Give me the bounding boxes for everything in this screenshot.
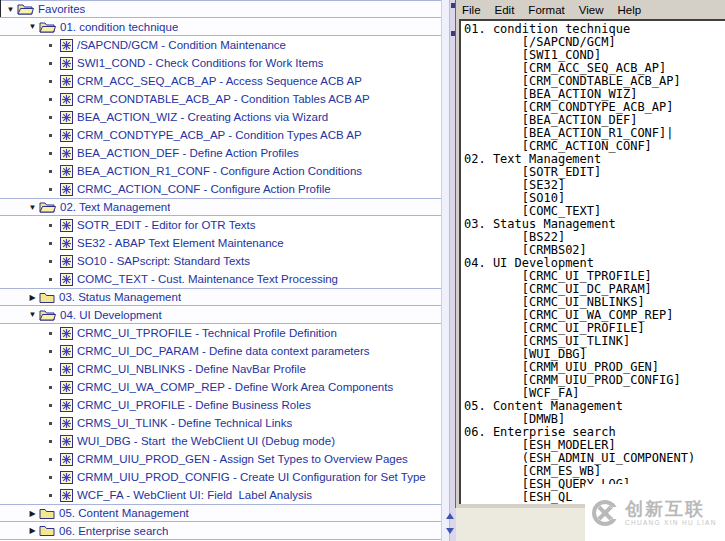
tree-item-row[interactable]: CRMS_UI_TLINK - Define Technical Links <box>0 414 441 432</box>
bullet-icon <box>49 476 52 479</box>
expanded-arrow-icon[interactable]: ▼ <box>26 203 39 212</box>
item-label[interactable]: CRMC_UI_DC_PARAM - Define data context p… <box>77 345 370 357</box>
item-label[interactable]: BEA_ACTION_R1_CONF - Configure Action Co… <box>77 165 362 177</box>
item-label[interactable]: SWI1_COND - Check Conditions for Work It… <box>77 57 323 69</box>
notepad-text-area[interactable]: 01. condition technique [/SAPCND/GCM] [S… <box>459 19 725 504</box>
item-label[interactable]: WUI_DBG - Start the WebClient UI (Debug … <box>77 435 335 447</box>
item-label[interactable]: SE32 - ABAP Text Element Maintenance <box>77 237 284 249</box>
item-label[interactable]: /SAPCND/GCM - Condition Maintenance <box>77 39 286 51</box>
transaction-icon <box>60 435 73 448</box>
item-label[interactable]: SO10 - SAPscript: Standard Texts <box>77 255 250 267</box>
menu-edit[interactable]: Edit <box>495 4 515 16</box>
tree-folder-row[interactable]: ▼04. UI Development <box>0 306 441 324</box>
tree-item-row[interactable]: BEA_ACTION_WIZ - Creating Actions via Wi… <box>0 108 441 126</box>
item-label[interactable]: WCF_FA - WebClient UI: Field Label Analy… <box>77 489 312 501</box>
open-folder-icon <box>39 200 56 214</box>
transaction-icon <box>60 363 73 376</box>
closed-folder-icon <box>39 507 55 520</box>
folder-label[interactable]: Favorites <box>38 3 85 15</box>
item-label[interactable]: CRM_ACC_SEQ_ACB_AP - Access Sequence ACB… <box>77 75 362 87</box>
menu-file[interactable]: File <box>462 4 481 16</box>
folder-label[interactable]: 03. Status Management <box>59 291 181 303</box>
transaction-icon <box>60 273 73 286</box>
item-label[interactable]: COMC_TEXT - Cust. Maintenance Text Proce… <box>77 273 338 285</box>
item-label[interactable]: SOTR_EDIT - Editor for OTR Texts <box>77 219 256 231</box>
collapsed-arrow-icon[interactable]: ▶ <box>26 526 39 535</box>
menu-format[interactable]: Format <box>528 4 564 16</box>
tree-folder-row[interactable]: ▶06. Enterprise search <box>0 522 441 540</box>
tree-item-row[interactable]: WUI_DBG - Start the WebClient UI (Debug … <box>0 432 441 450</box>
tree-folder-row[interactable]: ▼02. Text Management <box>0 198 441 216</box>
menu-view[interactable]: View <box>579 4 604 16</box>
tree-folder-row[interactable]: ▶03. Status Management <box>0 288 441 306</box>
folder-label[interactable]: 06. Enterprise search <box>59 525 168 537</box>
folder-label[interactable]: 05. Content Management <box>59 507 189 519</box>
bullet-icon <box>49 422 52 425</box>
tree-item-row[interactable]: WCF_FA - WebClient UI: Field Label Analy… <box>0 486 441 504</box>
tree-item-row[interactable]: CRM_CONDTABLE_ACB_AP - Condition Tables … <box>0 90 441 108</box>
item-label[interactable]: CRMM_UIU_PROD_GEN - Assign Set Types to … <box>77 453 408 465</box>
item-label[interactable]: CRMC_UI_TPROFILE - Technical Profile Def… <box>77 327 337 339</box>
bullet-icon <box>49 368 52 371</box>
tree-item-row[interactable]: CRMM_UIU_PROD_GEN - Assign Set Types to … <box>0 450 441 468</box>
notepad-window: FileEditFormatViewHelp 01. condition tec… <box>455 0 725 508</box>
tree-item-row[interactable]: SE32 - ABAP Text Element Maintenance <box>0 234 441 252</box>
bullet-icon <box>49 188 52 191</box>
bullet-icon <box>49 44 52 47</box>
item-label[interactable]: CRM_CONDTYPE_ACB_AP - Condition Types AC… <box>77 129 362 141</box>
item-label[interactable]: CRMM_UIU_PROD_CONFIG - Create UI Configu… <box>77 471 426 483</box>
transaction-icon <box>60 237 73 250</box>
item-label[interactable]: CRMC_UI_NBLINKS - Define NavBar Profile <box>77 363 306 375</box>
tree-item-row[interactable]: CRMC_UI_NBLINKS - Define NavBar Profile <box>0 360 441 378</box>
expanded-arrow-icon[interactable]: ▼ <box>26 22 39 31</box>
transaction-icon <box>60 75 73 88</box>
tree-item-row[interactable]: SWI1_COND - Check Conditions for Work It… <box>0 54 441 72</box>
scroll-up-arrow-icon[interactable] <box>446 513 454 519</box>
transaction-icon <box>60 399 73 412</box>
folder-label[interactable]: 01. condition technique <box>60 21 178 33</box>
folder-label[interactable]: 02. Text Management <box>60 201 170 213</box>
tree-folder-row[interactable]: ▼Favorites <box>0 0 441 18</box>
tree-item-row[interactable]: CRMC_UI_PROFILE - Define Business Roles <box>0 396 441 414</box>
tree-item-row[interactable]: CRMC_UI_TPROFILE - Technical Profile Def… <box>0 324 441 342</box>
tree-item-row[interactable]: SOTR_EDIT - Editor for OTR Texts <box>0 216 441 234</box>
item-label[interactable]: CRMC_ACTION_CONF - Configure Action Prof… <box>77 183 331 195</box>
tree-item-row[interactable]: CRM_ACC_SEQ_ACB_AP - Access Sequence ACB… <box>0 72 441 90</box>
item-label[interactable]: BEA_ACTION_DEF - Define Action Profiles <box>77 147 299 159</box>
item-label[interactable]: BEA_ACTION_WIZ - Creating Actions via Wi… <box>77 111 328 123</box>
item-label[interactable]: CRMC_UI_WA_COMP_REP - Define Work Area C… <box>77 381 393 393</box>
item-label[interactable]: CRMS_UI_TLINK - Define Technical Links <box>77 417 292 429</box>
tree-folder-row[interactable]: ▶05. Content Management <box>0 504 441 522</box>
tree-item-row[interactable]: CRMC_ACTION_CONF - Configure Action Prof… <box>0 180 441 198</box>
tree-item-row[interactable]: CRMC_UI_DC_PARAM - Define data context p… <box>0 342 441 360</box>
transaction-icon <box>60 129 73 142</box>
transaction-icon <box>60 39 73 52</box>
open-folder-icon <box>17 2 34 16</box>
tree-item-row[interactable]: CRM_CONDTYPE_ACB_AP - Condition Types AC… <box>0 126 441 144</box>
bullet-icon <box>49 170 52 173</box>
watermark-subtitle: CHUANG XIN HU LIAN <box>625 519 717 527</box>
item-label[interactable]: CRM_CONDTABLE_ACB_AP - Condition Tables … <box>77 93 370 105</box>
tree-folder-row[interactable]: ▼01. condition technique <box>0 18 441 36</box>
transaction-icon <box>60 57 73 70</box>
collapsed-arrow-icon[interactable]: ▶ <box>26 293 39 302</box>
scroll-down-arrow-icon[interactable] <box>446 528 454 534</box>
item-label[interactable]: CRMC_UI_PROFILE - Define Business Roles <box>77 399 311 411</box>
bullet-icon <box>49 152 52 155</box>
expanded-arrow-icon[interactable]: ▼ <box>4 5 17 14</box>
collapsed-arrow-icon[interactable]: ▶ <box>26 509 39 518</box>
transaction-icon <box>60 471 73 484</box>
tree-item-row[interactable]: CRMM_UIU_PROD_CONFIG - Create UI Configu… <box>0 468 441 486</box>
folder-label[interactable]: 04. UI Development <box>60 309 162 321</box>
menu-help[interactable]: Help <box>618 4 642 16</box>
tree-item-row[interactable]: BEA_ACTION_R1_CONF - Configure Action Co… <box>0 162 441 180</box>
tree-item-row[interactable]: SO10 - SAPscript: Standard Texts <box>0 252 441 270</box>
bullet-icon <box>49 350 52 353</box>
tree-item-row[interactable]: CRMC_UI_WA_COMP_REP - Define Work Area C… <box>0 378 441 396</box>
tree-item-row[interactable]: /SAPCND/GCM - Condition Maintenance <box>0 36 441 54</box>
closed-folder-icon <box>39 291 55 304</box>
tree-item-row[interactable]: COMC_TEXT - Cust. Maintenance Text Proce… <box>0 270 441 288</box>
tree-item-row[interactable]: BEA_ACTION_DEF - Define Action Profiles <box>0 144 441 162</box>
favorites-tree[interactable]: ▼Favorites▼01. condition technique/SAPCN… <box>0 0 441 541</box>
expanded-arrow-icon[interactable]: ▼ <box>26 310 39 319</box>
